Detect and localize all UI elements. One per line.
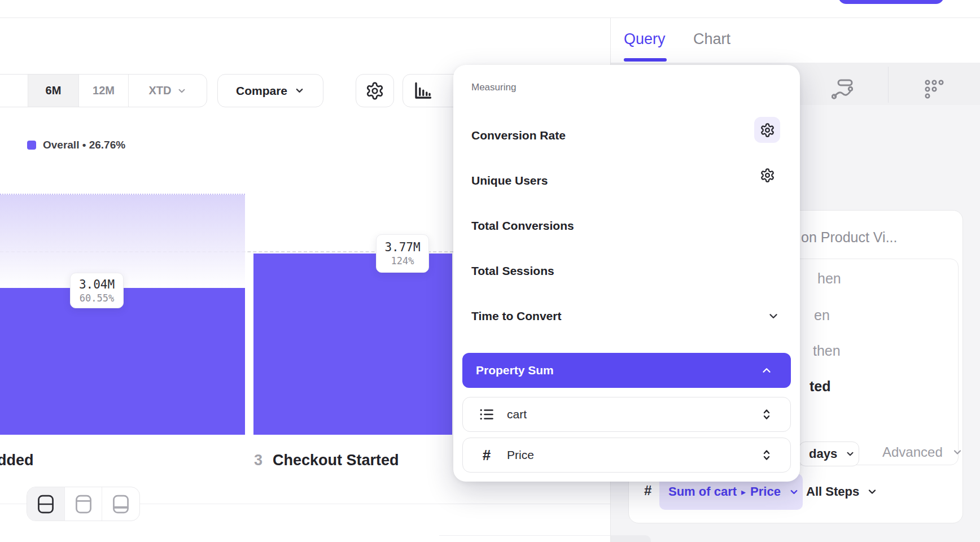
- menu-item-conversion-rate[interactable]: Conversion Rate: [471, 129, 566, 142]
- chevron-down-icon: [867, 486, 878, 497]
- layout-top-icon: [75, 493, 93, 515]
- bar-value-tooltip: 3.77M 124%: [376, 234, 429, 273]
- step-fragment: en: [814, 307, 830, 324]
- layout-top-bar-toggle[interactable]: [64, 487, 102, 521]
- breakdown-dots-icon[interactable]: [925, 80, 946, 99]
- chevron-up-icon: [760, 364, 773, 377]
- advanced-dropdown[interactable]: Advanced: [882, 444, 963, 460]
- gear-icon: [760, 168, 775, 183]
- time-range-12m[interactable]: 12M: [78, 75, 128, 107]
- series-legend[interactable]: Overall • 26.76%: [27, 139, 125, 151]
- time-range-segmented-control: M 6M 12M XTD: [0, 74, 207, 107]
- funnel-report-app: M 6M 12M XTD Compare: [0, 0, 980, 542]
- time-range-6m[interactable]: 6M: [28, 75, 78, 107]
- tooltip-value: 3.04M: [79, 278, 115, 291]
- funnel-bar-ghost-segment: [0, 194, 245, 288]
- step-fragment: ted: [810, 378, 831, 395]
- tooltip-percent: 124%: [391, 255, 414, 266]
- unique-users-settings-button[interactable]: [754, 162, 780, 188]
- dropdown-label: Measuring: [471, 82, 516, 93]
- gear-icon: [365, 81, 384, 100]
- chevron-down-icon: [845, 449, 855, 459]
- layout-toggle-group: [27, 487, 140, 521]
- menu-item-time-to-convert[interactable]: Time to Convert: [471, 309, 561, 323]
- tooltip-value: 3.77M: [384, 241, 420, 254]
- step-number: 3: [254, 452, 262, 469]
- gear-icon: [760, 123, 775, 138]
- step-fragment: then: [813, 343, 841, 359]
- menu-item-property-sum-selected[interactable]: Property Sum: [462, 353, 791, 388]
- active-tab-underline: [624, 58, 667, 62]
- chevron-down-icon: [177, 86, 187, 96]
- conversion-rate-settings-button[interactable]: [754, 117, 780, 143]
- bar-chart-icon: [413, 81, 433, 101]
- tab-chart[interactable]: Chart: [693, 30, 730, 48]
- flows-icon[interactable]: [832, 79, 853, 99]
- conversion-window-button[interactable]: days: [799, 442, 859, 466]
- unfold-selector-icon: [760, 407, 773, 422]
- menu-item-total-conversions[interactable]: Total Conversions: [471, 219, 574, 233]
- table-top-hairline: [439, 535, 610, 536]
- menu-item-total-sessions[interactable]: Total Sessions: [471, 264, 554, 278]
- property-sum-property-selector[interactable]: # Price: [462, 438, 791, 473]
- legend-label: Overall • 26.76%: [43, 139, 125, 151]
- card-title-partial: on Product Vi...: [801, 229, 897, 246]
- compare-button[interactable]: Compare: [217, 74, 323, 107]
- chart-settings-button[interactable]: [356, 74, 394, 107]
- legend-swatch: [27, 141, 36, 150]
- toolbar-tile-divider: [888, 67, 889, 103]
- top-header: [0, 0, 980, 18]
- list-icon: [478, 406, 496, 422]
- time-range-m[interactable]: M: [0, 75, 28, 107]
- layout-split-rows-toggle[interactable]: [27, 487, 64, 521]
- layout-bottom-bar-toggle[interactable]: [102, 487, 139, 521]
- funnel-bar-checkout-started[interactable]: [253, 253, 452, 435]
- panel-tabs-row: Query Chart: [611, 18, 980, 63]
- bottom-peek-element: [611, 535, 651, 542]
- primary-action-button[interactable]: [838, 0, 944, 4]
- time-range-xtd[interactable]: XTD: [128, 75, 207, 107]
- layout-bottom-icon: [112, 493, 130, 515]
- measuring-dropdown: Measuring Conversion Rate Unique Users T…: [453, 65, 800, 482]
- hash-icon: #: [478, 447, 496, 464]
- chevron-down-icon: [789, 487, 799, 497]
- menu-item-unique-users[interactable]: Unique Users: [471, 174, 548, 187]
- all-steps-dropdown[interactable]: All Steps: [806, 474, 878, 510]
- chevron-down-icon: [952, 447, 963, 458]
- tab-query[interactable]: Query: [624, 30, 666, 48]
- hash-icon: #: [644, 483, 651, 499]
- funnel-bar-product-added[interactable]: [0, 288, 245, 435]
- chevron-down-icon: [294, 85, 305, 96]
- step-label: Checkout Started: [273, 452, 399, 469]
- step-label-partial: duct Added: [0, 452, 34, 469]
- property-sum-event-selector[interactable]: cart: [462, 397, 791, 432]
- bar-value-tooltip: 3.04M 60.55%: [70, 273, 124, 308]
- breadcrumb-arrow-icon: ▸: [741, 487, 746, 497]
- chevron-down-icon[interactable]: [767, 310, 780, 322]
- unfold-selector-icon: [760, 448, 773, 462]
- layout-split-icon: [37, 493, 55, 515]
- step-fragment: hen: [817, 270, 841, 287]
- tooltip-percent: 60.55%: [80, 292, 114, 304]
